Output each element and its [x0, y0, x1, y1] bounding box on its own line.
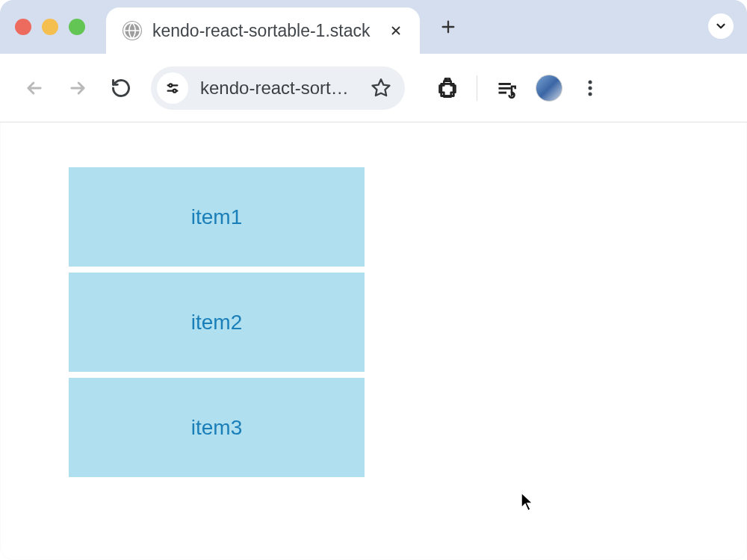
- svg-point-8: [589, 86, 592, 90]
- browser-window: kendo-react-sortable-1.stack: [0, 0, 747, 560]
- new-tab-button[interactable]: [438, 16, 459, 37]
- sortable-list: item1 item2 item3: [69, 167, 365, 477]
- window-minimize-button[interactable]: [42, 19, 58, 35]
- tab-title: kendo-react-sortable-1.stack: [152, 21, 378, 41]
- page-content: item1 item2 item3: [0, 122, 747, 560]
- svg-point-9: [589, 92, 592, 96]
- svg-rect-4: [499, 87, 511, 89]
- globe-icon: [123, 21, 142, 40]
- sortable-item[interactable]: item2: [69, 273, 365, 372]
- address-bar[interactable]: kendo-react-sort…: [151, 66, 405, 110]
- back-button[interactable]: [21, 75, 48, 102]
- media-control-icon[interactable]: [494, 75, 519, 101]
- window-close-button[interactable]: [15, 19, 31, 35]
- site-settings-icon[interactable]: [157, 72, 188, 104]
- tab-bar: kendo-react-sortable-1.stack: [0, 0, 747, 54]
- sortable-item[interactable]: item1: [69, 167, 365, 267]
- active-tab[interactable]: kendo-react-sortable-1.stack: [106, 7, 420, 54]
- sortable-item[interactable]: item3: [69, 378, 365, 477]
- svg-point-2: [173, 89, 176, 92]
- window-maximize-button[interactable]: [69, 19, 85, 35]
- svg-rect-5: [499, 91, 507, 93]
- window-controls: [15, 19, 85, 35]
- bookmark-star-icon[interactable]: [371, 78, 391, 99]
- sortable-item-label: item2: [191, 311, 242, 335]
- forward-button[interactable]: [64, 75, 91, 102]
- sortable-item-label: item1: [191, 205, 242, 229]
- close-tab-button[interactable]: [388, 23, 403, 38]
- profile-avatar[interactable]: [536, 75, 562, 102]
- toolbar: kendo-react-sort…: [0, 54, 747, 122]
- svg-point-1: [169, 84, 172, 87]
- tab-overflow-button[interactable]: [708, 13, 734, 39]
- url-text: kendo-react-sort…: [200, 78, 359, 99]
- browser-menu-button[interactable]: [579, 77, 601, 99]
- svg-point-7: [589, 80, 592, 84]
- toolbar-right: [435, 75, 601, 102]
- toolbar-divider: [477, 75, 477, 101]
- cursor-icon: [520, 491, 535, 512]
- svg-rect-3: [499, 83, 511, 85]
- reload-button[interactable]: [108, 75, 134, 102]
- sortable-item-label: item3: [191, 416, 242, 440]
- extensions-icon[interactable]: [435, 75, 460, 101]
